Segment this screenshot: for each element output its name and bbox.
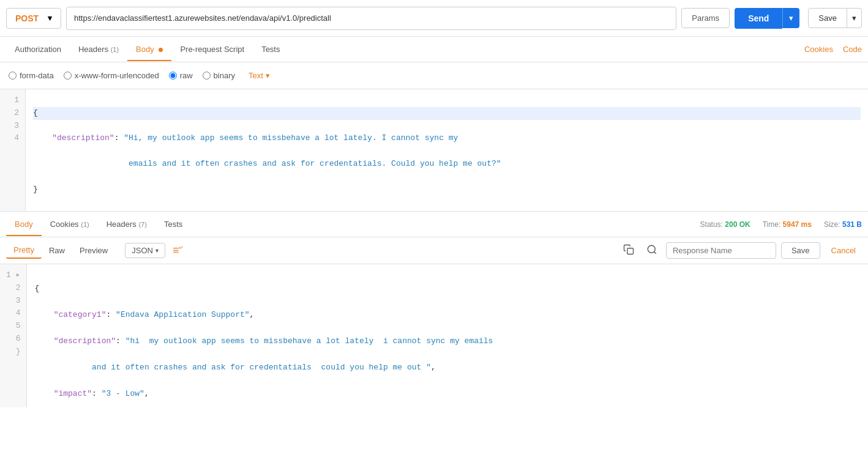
urlencoded-option[interactable]: x-www-form-urlencoded bbox=[64, 71, 159, 80]
text-type-dropdown[interactable]: Text ▾ bbox=[249, 71, 270, 80]
req-line-1: { bbox=[33, 107, 861, 120]
resp-tab-headers[interactable]: Headers (7) bbox=[98, 213, 155, 236]
format-chevron-icon: ▾ bbox=[155, 247, 159, 254]
wrap-icon[interactable]: ≡↵ bbox=[173, 244, 184, 257]
response-code-area: 1 ▸ 2 3 4 5 6 } { "category1": "Endava A… bbox=[0, 264, 868, 407]
search-icon[interactable] bbox=[643, 242, 661, 260]
send-dropdown-button[interactable]: ▾ bbox=[782, 8, 799, 28]
req-line-3: } bbox=[33, 184, 861, 196]
tab-headers[interactable]: Headers (1) bbox=[70, 39, 127, 61]
top-bar: POST ▾ Params Send ▾ Save ▾ bbox=[0, 0, 868, 37]
form-data-option[interactable]: form-data bbox=[9, 71, 54, 80]
view-tab-preview[interactable]: Preview bbox=[72, 243, 115, 258]
response-name-input[interactable] bbox=[666, 242, 776, 259]
svg-point-1 bbox=[648, 245, 655, 253]
params-button[interactable]: Params bbox=[681, 8, 730, 28]
url-input[interactable] bbox=[66, 7, 676, 30]
cookies-link[interactable]: Cookies bbox=[804, 45, 833, 54]
text-chevron-icon: ▾ bbox=[266, 71, 270, 80]
save-chevron-icon: ▾ bbox=[852, 13, 856, 23]
resp-save-button[interactable]: Save bbox=[781, 242, 820, 259]
save-dropdown-button[interactable]: ▾ bbox=[847, 8, 862, 28]
resp-tab-body[interactable]: Body bbox=[6, 213, 42, 236]
response-tabs-bar: Body Cookies (1) Headers (7) Tests Statu… bbox=[0, 212, 868, 237]
send-group: Send ▾ bbox=[735, 8, 799, 29]
request-tabs: Authorization Headers (1) Body Pre-reque… bbox=[0, 37, 868, 62]
copy-icon[interactable] bbox=[619, 242, 638, 260]
request-line-numbers: 1 2 3 4 bbox=[0, 89, 26, 211]
status-label: Status: 200 OK bbox=[700, 220, 750, 229]
view-tabs: Pretty Raw Preview bbox=[6, 242, 115, 259]
response-code-content[interactable]: { "category1": "Endava Application Suppo… bbox=[27, 264, 868, 407]
response-section: Body Cookies (1) Headers (7) Tests Statu… bbox=[0, 212, 868, 407]
resp-tab-cookies[interactable]: Cookies (1) bbox=[42, 213, 98, 236]
resp-cancel-button[interactable]: Cancel bbox=[825, 243, 862, 258]
tab-tests[interactable]: Tests bbox=[253, 39, 288, 61]
response-toolbar: Pretty Raw Preview JSON ▾ ≡↵ Save Cancel bbox=[0, 237, 868, 264]
resp-tab-tests[interactable]: Tests bbox=[155, 213, 191, 236]
method-dropdown[interactable]: POST ▾ bbox=[6, 8, 61, 29]
save-group: Save ▾ bbox=[808, 8, 862, 28]
view-tab-raw[interactable]: Raw bbox=[42, 243, 72, 258]
tab-authorization[interactable]: Authorization bbox=[6, 39, 70, 61]
resp-line-3b: and it often crashes and ask for credent… bbox=[34, 361, 861, 374]
resp-line-4: "impact": "3 - Low", bbox=[34, 387, 861, 400]
binary-option[interactable]: binary bbox=[203, 71, 235, 80]
tab-body[interactable]: Body bbox=[127, 39, 171, 61]
body-dot bbox=[159, 48, 163, 52]
send-chevron-icon: ▾ bbox=[789, 13, 793, 23]
method-chevron-icon: ▾ bbox=[48, 13, 52, 23]
req-line-2: "description": "Hi, my outlook app seems… bbox=[33, 132, 861, 145]
resp-line-3: "description": "hi my outlook app seems … bbox=[34, 335, 861, 347]
req-line-2b: emails and it often crashes and ask for … bbox=[33, 158, 861, 171]
status-info: Status: 200 OK Time: 5947 ms Size: 531 B bbox=[700, 220, 862, 229]
resp-line-1: { bbox=[34, 282, 861, 295]
code-link[interactable]: Code bbox=[843, 45, 862, 54]
response-line-numbers: 1 ▸ 2 3 4 5 6 } bbox=[0, 264, 27, 407]
svg-rect-0 bbox=[627, 248, 634, 254]
save-button[interactable]: Save bbox=[808, 8, 847, 28]
time-info: Time: 5947 ms bbox=[763, 220, 812, 229]
view-tab-pretty[interactable]: Pretty bbox=[6, 242, 42, 259]
send-button[interactable]: Send bbox=[735, 8, 782, 29]
size-info: Size: 531 B bbox=[824, 220, 862, 229]
method-label: POST bbox=[15, 13, 39, 23]
tab-prerequest[interactable]: Pre-request Script bbox=[171, 39, 253, 61]
resp-line-2: "category1": "Endava Application Support… bbox=[34, 308, 861, 321]
body-options: form-data x-www-form-urlencoded raw bina… bbox=[0, 62, 868, 89]
right-links: Cookies Code bbox=[804, 45, 862, 54]
format-dropdown[interactable]: JSON ▾ bbox=[125, 243, 165, 258]
raw-option[interactable]: raw bbox=[169, 71, 193, 80]
request-code-editor: 1 2 3 4 { "description": "Hi, my outlook… bbox=[0, 89, 868, 212]
request-code-content[interactable]: { "description": "Hi, my outlook app see… bbox=[26, 89, 868, 211]
